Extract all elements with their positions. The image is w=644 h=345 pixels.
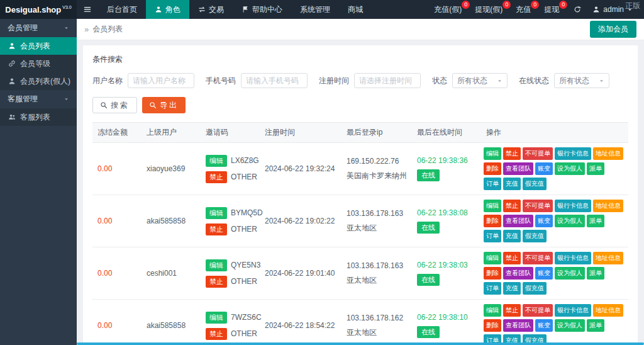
nav-pill-withdraw[interactable]: 提现0 [539,0,567,19]
action-dispatch-button[interactable]: 派单 [587,215,604,227]
notification-badge: 0 [559,1,567,9]
action-bank-info-button[interactable]: 银行卡信息 [555,252,591,264]
content-card: 条件搜索 用户名称手机号码注册时间状态所有状态在线状态所有状态 搜索 导出 冻结… [83,45,638,345]
breadcrumb-current[interactable]: 会员列表 [92,24,123,35]
action-address-info-button[interactable]: 地址信息 [593,304,623,317]
action-edit-button[interactable]: 编辑 [484,147,501,160]
sidebar-toggle-button[interactable] [77,0,98,19]
invite-ban-button[interactable]: 禁止 [206,328,227,340]
status-select[interactable]: 所有状态 [452,73,508,88]
action-view-team-button[interactable]: 查看团队 [503,319,533,332]
parent-user-cell: akai585858 [142,300,201,345]
last-online-time: 06-22 19:38:10 [417,313,476,322]
sidebar-section-member-management[interactable]: 会员管理 [0,19,77,37]
search-button[interactable]: 搜索 [92,97,137,113]
action-balance-change-button[interactable]: 账变 [535,319,553,332]
action-ban-button[interactable]: 禁止 [503,252,521,264]
brand-name: Desigual.shop [5,5,61,14]
action-dispatch-button[interactable]: 派单 [587,267,604,280]
phone-input[interactable] [241,73,308,88]
regtime-input[interactable] [354,73,421,88]
action-edit-button[interactable]: 编辑 [484,304,501,317]
action-orders-button[interactable]: 订单 [484,178,501,190]
parent-user: xiaoyue369 [147,164,185,173]
login-ip-location: 亚太地区 [347,223,407,234]
action-delete-button[interactable]: 删除 [484,319,501,332]
action-fake-recharge-button[interactable]: 假充值 [523,282,547,295]
action-address-info-button[interactable]: 地址信息 [593,147,623,160]
invite-ban-button[interactable]: 禁止 [206,223,227,235]
action-edit-button[interactable]: 编辑 [484,252,501,264]
action-balance-change-button[interactable]: 账变 [535,215,553,227]
sidebar-section-service-management[interactable]: 客服管理 [0,90,77,108]
filter-status: 状态所有状态 [432,73,508,88]
action-orders-button[interactable]: 订单 [484,282,501,295]
refresh-button[interactable] [567,6,587,13]
horizontal-scrollbar[interactable] [77,342,644,345]
invite-ban-button[interactable]: 禁止 [206,171,227,183]
brand-logo[interactable]: Desigual.shopV3.0 [0,0,77,19]
action-recharge-button[interactable]: 充值 [503,230,521,242]
online-status-select[interactable]: 所有状态 [554,73,609,88]
action-set-fake-button[interactable]: 设为假人 [555,162,585,175]
last-online-cell: 06-22 19:38:10在线 [412,300,481,345]
action-bank-info-button[interactable]: 银行卡信息 [555,147,591,160]
action-ban-button[interactable]: 禁止 [503,304,521,317]
action-dispatch-button[interactable]: 派单 [587,162,604,175]
action-dispatch-button[interactable]: 派单 [587,319,604,332]
nav-item-label: 角色 [165,4,180,15]
add-member-button[interactable]: 添加会员 [590,21,636,38]
nav-item-home[interactable]: 后台首页 [98,0,146,19]
action-set-fake-button[interactable]: 设为假人 [555,319,585,332]
action-bank-info-button[interactable]: 银行卡信息 [555,200,591,212]
action-address-info-button[interactable]: 地址信息 [593,252,623,264]
username-input[interactable] [128,73,194,88]
action-delete-button[interactable]: 删除 [484,215,501,227]
nav-pill-withdraw-fake[interactable]: 提现(假)0 [470,0,511,19]
nav-pill-recharge[interactable]: 充值0 [511,0,539,19]
action-edit-button[interactable]: 编辑 [484,200,501,212]
export-button[interactable]: 导出 [142,97,186,113]
action-recharge-button[interactable]: 充值 [503,178,521,190]
table-header-row: 冻结金额上级用户邀请码注册时间最后登录ip最后在线时间操作 [92,123,628,143]
action-orders-button[interactable]: 订单 [484,230,501,242]
action-balance-change-button[interactable]: 账变 [535,162,553,175]
action-no-pick-button[interactable]: 不可提单 [523,252,553,264]
sidebar-item-member-list-fake[interactable]: 会员列表(假人) [0,72,77,90]
action-fake-recharge-button[interactable]: 假充值 [523,230,547,242]
action-view-team-button[interactable]: 查看团队 [503,215,533,227]
nav-item-trade[interactable]: 交易 [189,0,233,19]
nav-item-system[interactable]: 系统管理 [291,0,339,19]
action-delete-button[interactable]: 删除 [484,267,501,280]
action-view-team-button[interactable]: 查看团队 [503,267,533,280]
action-fake-recharge-button[interactable]: 假充值 [523,178,547,190]
nav-pill-recharge-fake[interactable]: 充值(假)0 [429,0,470,19]
action-set-fake-button[interactable]: 设为假人 [555,267,585,280]
invite-edit-button[interactable]: 编辑 [206,312,227,324]
action-no-pick-button[interactable]: 不可提单 [523,147,553,160]
nav-item-mall[interactable]: 商城 [339,0,372,19]
action-set-fake-button[interactable]: 设为假人 [555,215,585,227]
nav-item-role[interactable]: 角色 [146,0,189,19]
action-ban-button[interactable]: 禁止 [503,200,521,212]
action-recharge-button[interactable]: 充值 [503,282,521,295]
action-delete-button[interactable]: 删除 [484,162,501,175]
action-address-info-button[interactable]: 地址信息 [593,200,623,212]
sidebar-item-member-level[interactable]: 会员等级 [0,55,77,72]
nav-item-help[interactable]: 帮助中心 [233,0,291,19]
action-bank-info-button[interactable]: 银行卡信息 [555,304,591,317]
sidebar-item-member-list[interactable]: 会员列表 [0,37,77,55]
invite-edit-button[interactable]: 编辑 [206,155,227,167]
invite-edit-button[interactable]: 编辑 [206,207,227,219]
chevron-down-icon [64,25,69,31]
nav-item-label: 系统管理 [300,4,330,15]
sidebar-item-service-list[interactable]: 客服列表 [0,108,77,126]
action-no-pick-button[interactable]: 不可提单 [523,200,553,212]
action-ban-button[interactable]: 禁止 [503,147,521,160]
action-balance-change-button[interactable]: 账变 [535,267,553,280]
action-no-pick-button[interactable]: 不可提单 [523,304,553,317]
invite-ban-button[interactable]: 禁止 [206,276,227,288]
invite-line: 禁止OTHER [206,328,255,340]
invite-edit-button[interactable]: 编辑 [206,259,227,271]
action-view-team-button[interactable]: 查看团队 [503,162,533,175]
